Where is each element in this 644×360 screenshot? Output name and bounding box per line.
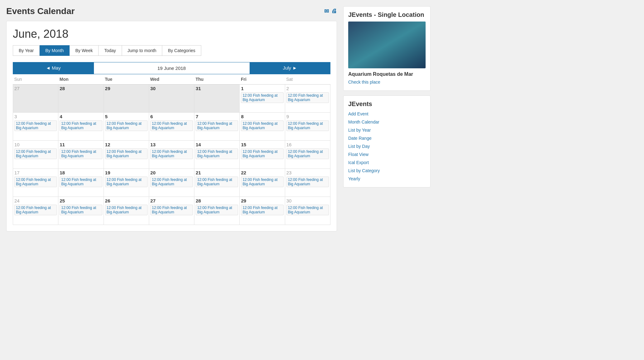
email-icon[interactable]: ✉ bbox=[324, 8, 329, 15]
day-number[interactable]: 22 bbox=[241, 170, 283, 175]
page-title: Events Calendar bbox=[6, 6, 75, 16]
day-number[interactable]: 7 bbox=[196, 114, 238, 119]
day-number[interactable]: 2 bbox=[286, 86, 329, 91]
calendar-cell: 2112:00 Fish feeding at Big Aquarium bbox=[194, 169, 240, 197]
jevents-link[interactable]: Month Calendar bbox=[348, 119, 426, 124]
jevents-link[interactable]: Yearly bbox=[348, 176, 426, 181]
nav-by-month[interactable]: By Month bbox=[40, 45, 70, 56]
prev-month-button[interactable]: ◄ May bbox=[13, 62, 94, 74]
event-item[interactable]: 12:00 Fish feeding at Big Aquarium bbox=[60, 205, 102, 215]
day-number[interactable]: 12 bbox=[105, 142, 148, 147]
day-number: 31 bbox=[196, 86, 238, 91]
calendar-cell: 31 bbox=[194, 85, 240, 113]
day-number[interactable]: 30 bbox=[286, 198, 329, 203]
header-fri: Fri bbox=[240, 74, 285, 85]
day-number[interactable]: 14 bbox=[196, 142, 238, 147]
nav-by-week[interactable]: By Week bbox=[70, 45, 99, 56]
jevents-link[interactable]: Float View bbox=[348, 152, 426, 157]
event-item[interactable]: 12:00 Fish feeding at Big Aquarium bbox=[150, 205, 193, 215]
nav-by-categories[interactable]: By Categories bbox=[162, 45, 201, 56]
jevents-link[interactable]: List by Category bbox=[348, 168, 426, 173]
day-number[interactable]: 11 bbox=[60, 142, 102, 147]
header-wed: Wed bbox=[149, 74, 194, 85]
day-number[interactable]: 21 bbox=[196, 170, 238, 175]
day-number[interactable]: 18 bbox=[60, 170, 102, 175]
event-item[interactable]: 12:00 Fish feeding at Big Aquarium bbox=[60, 177, 102, 187]
event-item[interactable]: 12:00 Fish feeding at Big Aquarium bbox=[241, 205, 283, 215]
event-item[interactable]: 12:00 Fish feeding at Big Aquarium bbox=[14, 205, 57, 215]
day-number[interactable]: 1 bbox=[241, 86, 283, 91]
event-item[interactable]: 12:00 Fish feeding at Big Aquarium bbox=[14, 120, 57, 131]
next-month-button[interactable]: July ► bbox=[250, 62, 331, 74]
calendar-cell: 2512:00 Fish feeding at Big Aquarium bbox=[58, 197, 104, 225]
day-number[interactable]: 4 bbox=[60, 114, 102, 119]
event-item[interactable]: 12:00 Fish feeding at Big Aquarium bbox=[150, 177, 193, 187]
event-item[interactable]: 12:00 Fish feeding at Big Aquarium bbox=[196, 120, 238, 131]
calendar-cell: 612:00 Fish feeding at Big Aquarium bbox=[149, 113, 194, 141]
day-number[interactable]: 29 bbox=[241, 198, 283, 203]
event-item[interactable]: 12:00 Fish feeding at Big Aquarium bbox=[241, 148, 283, 159]
single-location-title: JEvents - Single Location bbox=[348, 11, 426, 18]
event-item[interactable]: 12:00 Fish feeding at Big Aquarium bbox=[196, 177, 238, 187]
jevents-box: JEvents Add EventMonth CalendarList by Y… bbox=[343, 95, 431, 187]
day-number[interactable]: 6 bbox=[150, 114, 193, 119]
calendar-cell: 2612:00 Fish feeding at Big Aquarium bbox=[104, 197, 149, 225]
jevents-links: Add EventMonth CalendarList by YearDate … bbox=[348, 111, 426, 182]
day-number[interactable]: 26 bbox=[105, 198, 148, 203]
event-item[interactable]: 12:00 Fish feeding at Big Aquarium bbox=[241, 120, 283, 131]
day-number[interactable]: 16 bbox=[286, 142, 329, 147]
event-item[interactable]: 12:00 Fish feeding at Big Aquarium bbox=[105, 120, 148, 131]
event-item[interactable]: 12:00 Fish feeding at Big Aquarium bbox=[14, 177, 57, 187]
event-item[interactable]: 12:00 Fish feeding at Big Aquarium bbox=[286, 177, 329, 187]
calendar-cell: 1912:00 Fish feeding at Big Aquarium bbox=[104, 169, 149, 197]
nav-today[interactable]: Today bbox=[99, 45, 122, 56]
event-item[interactable]: 12:00 Fish feeding at Big Aquarium bbox=[105, 148, 148, 159]
event-item[interactable]: 12:00 Fish feeding at Big Aquarium bbox=[14, 148, 57, 159]
event-item[interactable]: 12:00 Fish feeding at Big Aquarium bbox=[105, 205, 148, 215]
day-number[interactable]: 20 bbox=[150, 170, 193, 175]
calendar-cell: 312:00 Fish feeding at Big Aquarium bbox=[13, 113, 58, 141]
event-item[interactable]: 12:00 Fish feeding at Big Aquarium bbox=[241, 177, 283, 187]
day-number[interactable]: 5 bbox=[105, 114, 148, 119]
print-icon[interactable]: 🖨 bbox=[331, 8, 337, 15]
jevents-link[interactable]: List by Year bbox=[348, 128, 426, 133]
day-number[interactable]: 28 bbox=[196, 198, 238, 203]
jevents-link[interactable]: Add Event bbox=[348, 111, 426, 116]
calendar-cell: 212:00 Fish feeding at Big Aquarium bbox=[285, 85, 330, 113]
day-number[interactable]: 10 bbox=[14, 142, 57, 147]
day-number[interactable]: 3 bbox=[14, 114, 57, 119]
jevents-link[interactable]: Ical Export bbox=[348, 160, 426, 165]
calendar-cell: 1712:00 Fish feeding at Big Aquarium bbox=[13, 169, 58, 197]
day-number[interactable]: 8 bbox=[241, 114, 283, 119]
day-number[interactable]: 27 bbox=[150, 198, 193, 203]
day-number[interactable]: 17 bbox=[14, 170, 57, 175]
event-item[interactable]: 12:00 Fish feeding at Big Aquarium bbox=[196, 205, 238, 215]
day-number[interactable]: 19 bbox=[105, 170, 148, 175]
day-number[interactable]: 9 bbox=[286, 114, 329, 119]
nav-by-year[interactable]: By Year bbox=[13, 45, 40, 56]
event-item[interactable]: 12:00 Fish feeding at Big Aquarium bbox=[105, 177, 148, 187]
event-item[interactable]: 12:00 Fish feeding at Big Aquarium bbox=[286, 148, 329, 159]
event-item[interactable]: 12:00 Fish feeding at Big Aquarium bbox=[150, 120, 193, 131]
event-item[interactable]: 12:00 Fish feeding at Big Aquarium bbox=[196, 148, 238, 159]
jevents-link[interactable]: Date Range bbox=[348, 136, 426, 141]
day-number[interactable]: 25 bbox=[60, 198, 102, 203]
nav-jump-to-month[interactable]: Jump to month bbox=[122, 45, 163, 56]
event-item[interactable]: 12:00 Fish feeding at Big Aquarium bbox=[286, 120, 329, 131]
event-item[interactable]: 12:00 Fish feeding at Big Aquarium bbox=[286, 205, 329, 215]
calendar-cell: 3012:00 Fish feeding at Big Aquarium bbox=[285, 197, 330, 225]
event-item[interactable]: 12:00 Fish feeding at Big Aquarium bbox=[60, 120, 102, 131]
event-item[interactable]: 12:00 Fish feeding at Big Aquarium bbox=[60, 148, 102, 159]
day-number[interactable]: 24 bbox=[14, 198, 57, 203]
event-item[interactable]: 12:00 Fish feeding at Big Aquarium bbox=[241, 92, 283, 103]
day-number[interactable]: 23 bbox=[286, 170, 329, 175]
day-number[interactable]: 13 bbox=[150, 142, 193, 147]
jevents-link[interactable]: List by Day bbox=[348, 144, 426, 149]
calendar-cell: 1412:00 Fish feeding at Big Aquarium bbox=[194, 141, 240, 169]
check-place-link[interactable]: Check this place bbox=[348, 80, 426, 85]
nav-buttons: By Year By Month By Week Today Jump to m… bbox=[13, 45, 330, 56]
event-item[interactable]: 12:00 Fish feeding at Big Aquarium bbox=[286, 92, 329, 103]
event-item[interactable]: 12:00 Fish feeding at Big Aquarium bbox=[150, 148, 193, 159]
calendar-grid: Sun Mon Tue Wed Thu Fri Sat 272829303111… bbox=[13, 74, 330, 225]
day-number[interactable]: 15 bbox=[241, 142, 283, 147]
